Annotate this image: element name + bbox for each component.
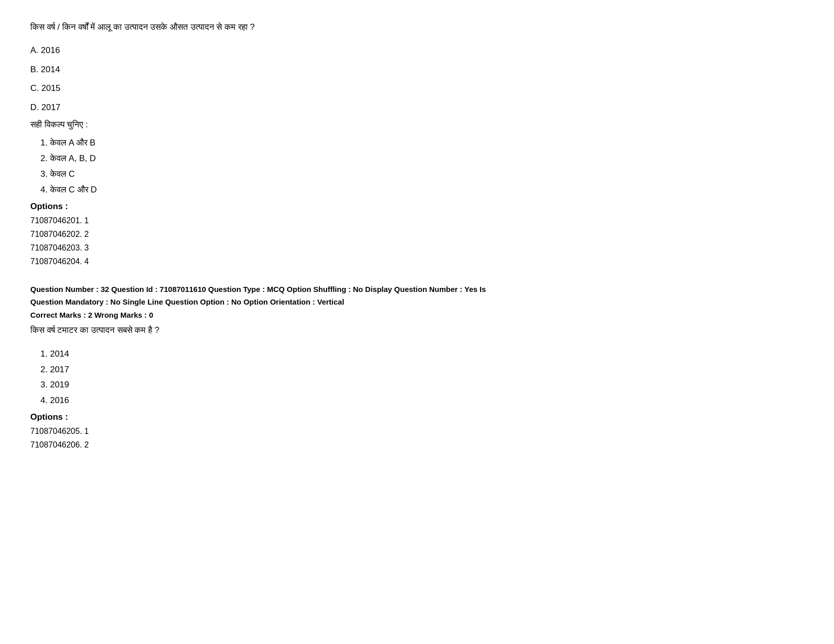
q32-option-1: 1. 2014 [40,347,804,362]
num-1-text: केवल A और B [50,138,96,147]
option-code-4: 71087046204. 4 [30,255,804,268]
option-d-label: D. [30,103,39,112]
marks-line-32: Correct Marks : 2 Wrong Marks : 0 [30,311,804,319]
option-c-value: 2015 [41,83,61,93]
q32-num-1: 1. [40,349,48,359]
option-code-2: 71087046202. 2 [30,227,804,241]
q32-num-2-text: 2017 [50,365,69,374]
numbered-option-4: 4. केवल C और D [40,183,804,197]
option-a: A. 2016 [30,44,804,57]
option-a-value: 2016 [41,45,60,55]
num-1: 1. [40,138,48,147]
question-31-text: किस वर्ष / किन वर्षों में आलू का उत्पादन… [30,20,804,34]
option-c: C. 2015 [30,82,804,95]
num-2-text: केवल A, B, D [50,154,96,163]
options-label-32: Options : [30,412,804,422]
q32-num-4-text: 2016 [50,395,69,405]
option-c-label: C. [30,83,39,93]
num-3-text: केवल C [50,169,75,179]
q32-num-1-text: 2014 [50,349,69,359]
q32-option-3: 3. 2019 [40,378,804,392]
q32-num-4: 4. [40,395,48,405]
numbered-option-3: 3. केवल C [40,167,804,182]
option-b-value: 2014 [41,65,60,74]
option-d-value: 2017 [41,103,61,112]
option-code-3: 71087046203. 3 [30,241,804,255]
option-a-label: A. [30,45,38,55]
option-b: B. 2014 [30,63,804,76]
numbered-options-list-32: 1. 2014 2. 2017 3. 2019 4. 2016 [40,347,804,409]
meta-line-2: Question Mandatory : No Single Line Ques… [30,295,804,309]
meta-line-1: Question Number : 32 Question Id : 71087… [30,283,804,296]
num-4: 4. [40,185,48,194]
select-correct-label: सही विकल्प चुनिए : [30,120,804,130]
option-code-1: 71087046201. 1 [30,214,804,227]
numbered-options-list-31: 1. केवल A और B 2. केवल A, B, D 3. केवल C… [40,136,804,197]
q32-num-3-text: 2019 [50,380,69,389]
numbered-option-1: 1. केवल A और B [40,136,804,151]
q32-option-code-1: 71087046205. 1 [30,424,804,438]
q32-option-code-2: 71087046206. 2 [30,438,804,452]
num-3: 3. [40,169,48,179]
numbered-option-2: 2. केवल A, B, D [40,152,804,166]
question-32-text: किस वर्ष टमाटर का उत्पादन सबसे कम है ? [30,323,804,337]
question-32-meta: Question Number : 32 Question Id : 71087… [30,283,804,309]
q32-num-2: 2. [40,365,48,374]
options-label-31: Options : [30,202,804,212]
option-b-label: B. [30,65,38,74]
option-d: D. 2017 [30,101,804,114]
q32-option-4: 4. 2016 [40,393,804,408]
q32-option-2: 2. 2017 [40,363,804,377]
q32-num-3: 3. [40,380,48,389]
num-2: 2. [40,154,48,163]
num-4-text: केवल C और D [50,185,97,194]
